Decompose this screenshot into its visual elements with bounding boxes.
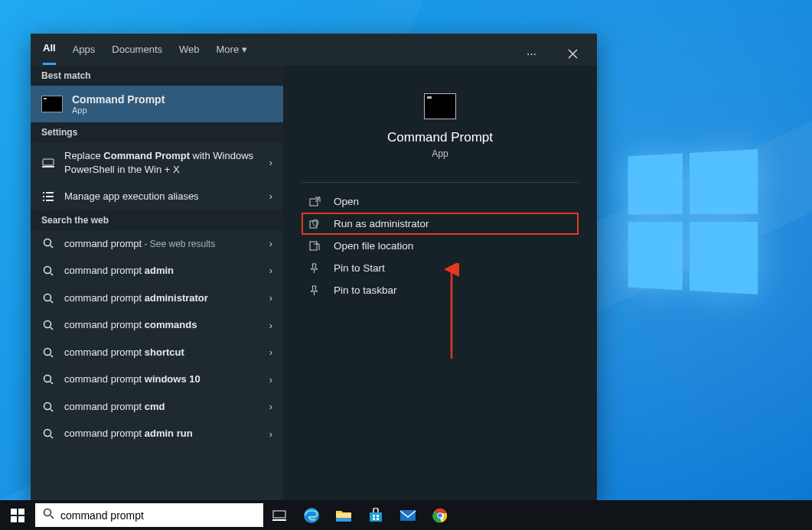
action-open[interactable]: Open [302,190,579,213]
svg-rect-15 [18,509,24,515]
svg-rect-1 [42,166,54,167]
taskbar-app-file-explorer[interactable] [328,500,360,530]
action-run-as-administrator[interactable]: Run as administrator [302,213,579,235]
windows-icon [11,509,24,522]
svg-rect-26 [377,515,379,517]
action-pin-to-start[interactable]: Pin to Start [302,257,579,279]
search-icon [41,402,55,412]
chevron-right-icon: › [269,401,272,412]
svg-point-4 [44,294,51,301]
chevron-right-icon: › [269,346,272,358]
settings-item-replace-cmd[interactable]: Replace Command Prompt with Windows Powe… [31,142,283,183]
list-icon [41,192,55,201]
pin-icon [309,285,323,296]
chevron-right-icon: › [269,374,272,385]
taskbar-app-edge[interactable] [295,500,328,530]
taskbar-app-store[interactable] [360,500,392,530]
taskbar-search-input[interactable] [60,509,256,522]
tab-all[interactable]: All [43,42,56,65]
svg-point-7 [44,376,51,382]
svg-rect-17 [18,516,24,522]
settings-item-label: Replace Command Prompt with Windows Powe… [64,149,260,176]
chevron-down-icon: ▾ [242,44,247,55]
detail-title: Command Prompt [387,130,493,145]
chevron-right-icon: › [269,157,272,168]
tab-web[interactable]: Web [179,44,200,64]
detail-subtitle: App [432,148,448,159]
svg-rect-27 [373,518,375,520]
web-result-item[interactable]: command prompt - See web results › [31,230,283,258]
svg-point-9 [44,430,51,437]
action-label: Pin to taskbar [334,285,397,296]
svg-rect-29 [400,510,416,521]
settings-item-aliases[interactable]: Manage app execution aliases › [31,183,283,210]
svg-rect-14 [11,509,17,515]
svg-point-6 [44,348,51,355]
web-result-item[interactable]: command prompt admin › [31,257,283,285]
action-label: Open [334,196,359,207]
search-icon [41,428,55,439]
svg-point-2 [44,239,51,246]
section-best-match: Best match [31,66,283,86]
best-match-subtitle: App [72,106,165,115]
search-icon [41,374,55,385]
tab-documents[interactable]: Documents [112,44,162,64]
chevron-right-icon: › [269,238,272,249]
more-options-button[interactable]: ⋯ [519,41,543,66]
svg-rect-20 [272,519,286,521]
svg-rect-24 [370,512,382,522]
svg-point-5 [44,321,51,328]
close-icon [568,49,578,59]
svg-rect-0 [43,159,54,165]
result-detail-pane: Command Prompt App Open Run as administr… [283,66,597,500]
web-result-item[interactable]: command prompt admin run › [31,420,283,447]
svg-point-3 [44,266,51,273]
section-settings: Settings [31,122,283,142]
action-label: Run as administrator [334,218,429,229]
best-match-title: Command Prompt [72,93,165,106]
tab-more[interactable]: More ▾ [217,44,248,64]
command-prompt-icon [424,93,456,119]
store-icon [368,508,383,523]
svg-rect-28 [377,518,379,520]
action-pin-to-taskbar[interactable]: Pin to taskbar [302,279,579,301]
web-result-item[interactable]: command prompt windows 10 › [31,366,283,393]
task-view-button[interactable] [263,500,295,530]
open-icon [309,197,323,206]
search-icon [41,347,55,358]
taskbar-search-box[interactable] [35,503,263,527]
tab-apps[interactable]: Apps [73,44,96,64]
start-search-panel: All Apps Documents Web More ▾ ⋯ Best mat… [31,34,597,500]
web-result-item[interactable]: command prompt shortcut › [31,339,283,366]
search-icon [43,508,54,522]
web-result-item[interactable]: command prompt cmd › [31,393,283,421]
start-button[interactable] [0,500,35,530]
folder-icon [309,241,323,251]
folder-icon [335,509,352,522]
edge-icon [303,507,320,524]
chevron-right-icon: › [269,428,272,440]
laptop-icon [41,158,55,167]
chevron-right-icon: › [269,190,272,202]
svg-point-8 [44,402,51,409]
search-icon [41,293,55,304]
search-icon [41,320,55,330]
action-label: Pin to Start [334,262,385,274]
best-match-item[interactable]: Command Prompt App [31,86,283,122]
pin-icon [309,263,323,274]
chevron-right-icon: › [269,292,272,304]
windows-logo-wallpaper [628,149,758,294]
action-open-file-location[interactable]: Open file location [302,235,579,257]
web-result-item[interactable]: command prompt administrator › [31,285,283,312]
web-result-item[interactable]: command prompt commands › [31,311,283,339]
svg-rect-12 [310,242,317,250]
settings-item-label: Manage app execution aliases [64,190,260,203]
svg-point-18 [44,509,51,516]
taskbar-app-mail[interactable] [392,500,424,530]
close-button[interactable] [560,41,585,66]
divider [302,182,579,183]
task-view-icon [272,510,286,521]
taskbar-app-chrome[interactable] [424,500,456,530]
chevron-right-icon: › [269,320,272,331]
search-results-list: Best match Command Prompt App Settings R… [31,66,283,500]
